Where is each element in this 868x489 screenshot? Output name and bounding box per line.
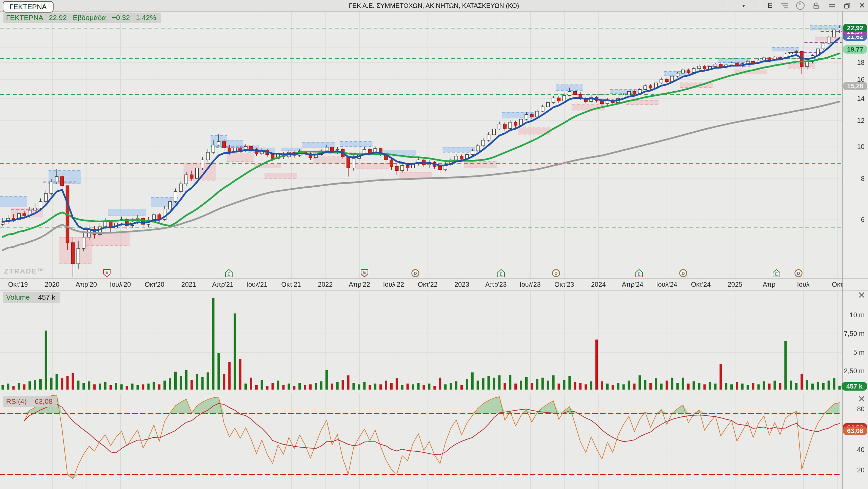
- price-badge: 19,77: [843, 45, 867, 54]
- minimize-icon[interactable]: [828, 2, 836, 10]
- svg-text:Ε: Ε: [775, 272, 778, 277]
- window-titlebar: ΓΕΚ Α.Ε. ΣΥΜΜΕΤΟΧΩΝ, ΑΚΙΝΗΤΩΝ, ΚΑΤΑΣΚΕΥΩ…: [0, 0, 868, 12]
- time-axis-label: Οκτ'20: [136, 281, 173, 288]
- legend-change-pct: 1,42%: [136, 14, 156, 21]
- time-axis-label: Οκτ'22: [409, 281, 446, 288]
- restore-icon[interactable]: [843, 2, 851, 10]
- time-axis-label: Ιουλ'20: [102, 281, 139, 288]
- rsi-close-button[interactable]: ✕: [856, 394, 867, 405]
- price-axis-label: 14: [844, 94, 865, 102]
- svg-text:Ε: Ε: [638, 272, 640, 277]
- rsi-axis-label: 80: [844, 405, 865, 413]
- event-marker-dividend[interactable]: D: [679, 269, 688, 278]
- rsi-legend[interactable]: RSI(4) 63,08: [3, 396, 57, 407]
- rsi-value: 63,08: [35, 397, 53, 405]
- event-marker-earnings[interactable]: Ε: [360, 269, 369, 278]
- time-axis-label: Ιουλ'23: [512, 281, 549, 288]
- time-axis-label: Απρ: [750, 281, 788, 288]
- price-axis-label: 12: [844, 116, 865, 125]
- quote-icon[interactable]: ”: [796, 1, 805, 10]
- time-axis-label: 2025: [716, 281, 754, 288]
- chevron-down-icon[interactable]: ▾: [735, 3, 752, 9]
- volume-legend[interactable]: Volume 457 k: [3, 292, 60, 303]
- close-icon[interactable]: ✕: [859, 1, 865, 10]
- volume-axis-label: 5 m: [844, 348, 865, 356]
- price-axis-label: 18: [844, 58, 865, 67]
- volume-label: Volume: [6, 293, 30, 301]
- time-axis-label: Απρ'20: [67, 281, 105, 288]
- lines-icon[interactable]: [780, 2, 789, 10]
- unlock-icon[interactable]: [812, 2, 820, 10]
- time-axis-label: 2024: [580, 281, 617, 288]
- legend-change: +0,32: [112, 14, 130, 21]
- time-axis-label: 2022: [307, 281, 344, 288]
- legend-timeframe: Εβδομάδα: [73, 14, 106, 21]
- time-axis-label: 2023: [443, 281, 480, 288]
- time-axis-label: Ιουλ'22: [375, 281, 412, 288]
- time-axis-label: Οκτ'23: [546, 281, 583, 288]
- volume-axis-label: 2,50 m: [844, 367, 865, 375]
- rsi-axis-label: 20: [844, 466, 865, 474]
- time-axis-label: Οκτ'19: [0, 281, 37, 288]
- event-marker-dividend[interactable]: D: [411, 269, 420, 278]
- price-badge: 22,92: [843, 24, 867, 32]
- time-axis-label: Ιουλ'21: [238, 281, 276, 288]
- time-axis-label: Ιουλ'24: [648, 281, 685, 288]
- volume-axis-label: 10 m: [844, 311, 865, 319]
- divider: [727, 2, 727, 10]
- time-axis-label: Απρ'24: [614, 281, 651, 288]
- status-letter: E: [768, 2, 772, 10]
- svg-text:D: D: [797, 271, 800, 276]
- time-axis-label: Απρ'21: [204, 281, 241, 288]
- time-axis-label: Ιουλ: [785, 281, 822, 288]
- volume-close-button[interactable]: ✕: [856, 290, 867, 301]
- volume-value: 457 k: [38, 293, 55, 301]
- svg-text:D: D: [682, 271, 685, 276]
- time-axis-label: 2021: [170, 281, 208, 288]
- price-axis-label: 8: [844, 174, 865, 183]
- rsi-label: RSI(4): [6, 397, 27, 405]
- ztrade-watermark: ZTRADE™: [4, 267, 45, 275]
- svg-text:D: D: [554, 271, 557, 276]
- symbol-tab-label: ΓΕΚΤΕΡΝΑ: [9, 3, 47, 11]
- time-axis-label: Οκτ'21: [273, 281, 310, 288]
- event-marker-earnings[interactable]: Ε: [772, 269, 781, 278]
- window-controls: ▾ E ” ✕: [727, 0, 865, 11]
- divider: [760, 2, 760, 10]
- volume-axis-label: 7,50 m: [844, 330, 865, 338]
- svg-text:Ε: Ε: [228, 272, 230, 277]
- symbol-tab[interactable]: ΓΕΚΤΕΡΝΑ: [3, 1, 54, 13]
- svg-text:Ε: Ε: [105, 270, 108, 275]
- legend-price: 22,92: [49, 14, 67, 21]
- time-axis-label: Απρ'22: [341, 281, 378, 288]
- event-marker-earnings[interactable]: Ε: [224, 269, 233, 278]
- chart-legend[interactable]: ΓΕΚΤΕΡΝΑ 22,92 Εβδομάδα +0,32 1,42%: [3, 13, 161, 23]
- svg-text:D: D: [414, 271, 417, 276]
- svg-text:Ε: Ε: [363, 270, 366, 275]
- event-marker-dividend[interactable]: D: [552, 269, 560, 278]
- time-axis-label: Οκτ'24: [682, 281, 719, 288]
- time-axis-label: Οκτ: [819, 281, 856, 288]
- event-marker-dividend[interactable]: D: [794, 269, 803, 278]
- event-marker-earnings[interactable]: Ε: [102, 269, 111, 278]
- rsi-badge: 63,08: [843, 427, 867, 435]
- price-badge: 15,28: [843, 82, 867, 90]
- legend-symbol: ΓΕΚΤΕΡΝΑ: [6, 14, 43, 21]
- event-marker-earnings[interactable]: Ε: [497, 269, 506, 278]
- price-axis-label: 10: [844, 143, 865, 151]
- rsi-axis-label: 40: [844, 446, 865, 454]
- window-title: ΓΕΚ Α.Ε. ΣΥΜΜΕΤΟΧΩΝ, ΑΚΙΝΗΤΩΝ, ΚΑΤΑΣΚΕΥΩ…: [349, 2, 519, 10]
- svg-text:Ε: Ε: [500, 272, 502, 277]
- time-axis-label: 2020: [34, 281, 71, 288]
- price-axis-label: 6: [844, 215, 865, 224]
- time-axis-label: Απρ'23: [477, 281, 515, 288]
- volume-badge: 457 k: [842, 382, 867, 391]
- event-marker-earnings[interactable]: Ε: [635, 269, 644, 278]
